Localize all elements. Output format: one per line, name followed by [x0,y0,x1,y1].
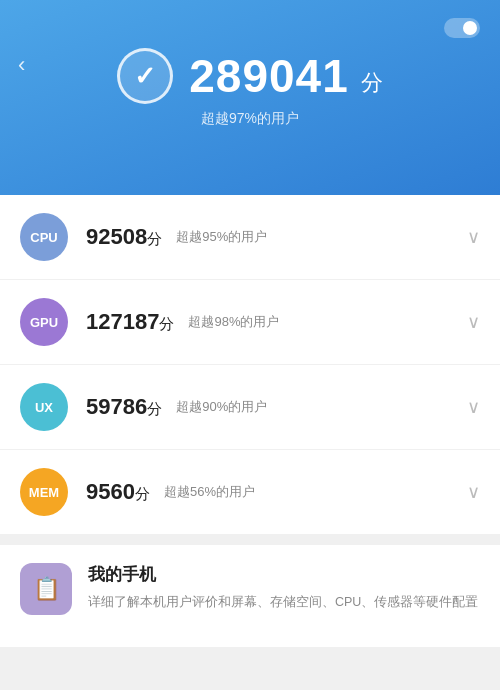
badge-mem: MEM [20,468,68,516]
item-desc-mem: 超越56%的用户 [164,483,255,501]
total-score: 289041 [189,49,349,103]
score-unit: 分 [361,68,383,104]
badge-cpu: CPU [20,213,68,261]
score-area: ✓ 289041 分 超越97%的用户 [20,48,480,128]
check-icon: ✓ [134,61,156,92]
item-main-ux: 59786分 超越90%的用户 [86,394,449,420]
chevron-ux-icon: ∨ [467,396,480,418]
item-score-cpu: 92508分 [86,224,162,250]
score-item-mem[interactable]: MEM 9560分 超越56%的用户 ∨ [0,450,500,535]
score-subtitle: 超越97%的用户 [201,110,299,128]
toggle-switch[interactable] [444,18,480,38]
score-item-gpu[interactable]: GPU 127187分 超越98%的用户 ∨ [0,280,500,365]
back-button[interactable]: ‹ [18,52,25,78]
phone-icon-wrap: 📋 [20,563,72,615]
header-section: ‹ ✓ 289041 分 超越97%的用户 [0,0,500,195]
bottom-card[interactable]: 📋 我的手机 详细了解本机用户评价和屏幕、存储空间、CPU、传感器等硬件配置 [0,545,500,647]
item-main-mem: 9560分 超越56%的用户 [86,479,449,505]
item-desc-gpu: 超越98%的用户 [188,313,279,331]
score-item-cpu[interactable]: CPU 92508分 超越95%的用户 ∨ [0,195,500,280]
score-row: ✓ 289041 分 [117,48,383,104]
score-item-ux[interactable]: UX 59786分 超越90%的用户 ∨ [0,365,500,450]
card-title: 我的手机 [88,563,480,586]
phone-icon: 📋 [33,576,60,602]
check-circle: ✓ [117,48,173,104]
header-top-bar [20,18,480,38]
score-list: CPU 92508分 超越95%的用户 ∨ GPU 127187分 超越98%的… [0,195,500,535]
badge-ux: UX [20,383,68,431]
card-text-wrap: 我的手机 详细了解本机用户评价和屏幕、存储空间、CPU、传感器等硬件配置 [88,563,480,612]
item-desc-cpu: 超越95%的用户 [176,228,267,246]
item-main-cpu: 92508分 超越95%的用户 [86,224,449,250]
card-desc: 详细了解本机用户评价和屏幕、存储空间、CPU、传感器等硬件配置 [88,592,480,612]
badge-gpu: GPU [20,298,68,346]
chevron-gpu-icon: ∨ [467,311,480,333]
chevron-cpu-icon: ∨ [467,226,480,248]
item-main-gpu: 127187分 超越98%的用户 [86,309,449,335]
chevron-mem-icon: ∨ [467,481,480,503]
item-score-ux: 59786分 [86,394,162,420]
item-score-mem: 9560分 [86,479,150,505]
item-score-gpu: 127187分 [86,309,174,335]
item-desc-ux: 超越90%的用户 [176,398,267,416]
